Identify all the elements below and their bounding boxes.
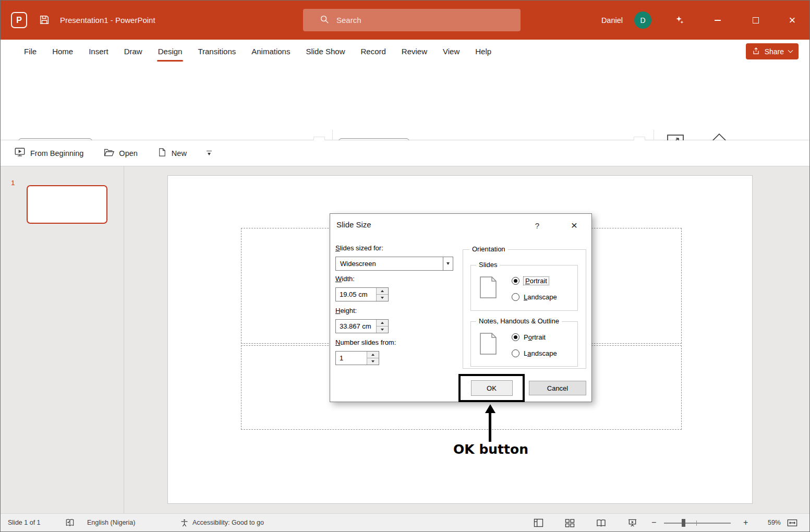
number-spin-up-button[interactable] xyxy=(367,352,379,358)
slide-number: 1 xyxy=(11,179,15,187)
chevron-down-icon xyxy=(446,262,450,265)
new-label: New xyxy=(172,149,187,158)
zoom-out-button[interactable]: − xyxy=(651,514,656,532)
tab-animations[interactable]: Animations xyxy=(244,40,298,63)
tab-slide-show[interactable]: Slide Show xyxy=(298,40,353,63)
spin-up-icon xyxy=(381,290,384,292)
height-label: Height: xyxy=(335,307,357,315)
slide-size-dialog: Slide Size ? × Slides sized for: Widescr… xyxy=(330,213,592,402)
width-value: 19.05 cm xyxy=(340,288,367,301)
sparkle-brush-icon[interactable] xyxy=(674,15,685,28)
width-label: Width: xyxy=(335,275,355,283)
slide-counter[interactable]: Slide 1 of 1 xyxy=(8,514,41,532)
search-input[interactable] xyxy=(336,16,493,25)
tab-insert[interactable]: Insert xyxy=(81,40,116,63)
from-beginning-button[interactable]: From Beginning xyxy=(14,147,83,160)
normal-view-button[interactable] xyxy=(534,518,543,529)
dialog-title: Slide Size xyxy=(336,220,371,229)
quick-actions-bar: From Beginning Open New xyxy=(1,140,809,166)
tab-file[interactable]: File xyxy=(16,40,44,63)
minimize-icon xyxy=(715,20,721,21)
folder-open-icon xyxy=(103,147,114,160)
ok-button[interactable]: OK xyxy=(471,380,513,396)
spell-check-icon[interactable] xyxy=(65,518,75,528)
slides-portrait-label: Portrait xyxy=(524,277,549,285)
slide-sorter-view-button[interactable] xyxy=(565,518,575,529)
number-spin-down-button[interactable] xyxy=(367,358,379,365)
dialog-close-button[interactable]: × xyxy=(563,217,586,234)
open-label: Open xyxy=(119,149,137,158)
ok-button-highlight-frame: OK xyxy=(458,374,525,402)
tab-help[interactable]: Help xyxy=(467,40,499,63)
share-icon xyxy=(752,47,760,56)
spin-up-icon xyxy=(381,322,384,324)
slide-thumbnail-panel: 1 xyxy=(1,166,124,513)
new-button[interactable]: New xyxy=(158,147,187,159)
tab-draw[interactable]: Draw xyxy=(116,40,150,63)
fit-to-window-icon[interactable] xyxy=(787,518,797,529)
sized-for-value: Widescreen xyxy=(340,257,376,270)
dialog-help-button[interactable]: ? xyxy=(530,219,545,233)
search-box[interactable] xyxy=(303,9,521,31)
save-icon[interactable] xyxy=(39,14,50,28)
tab-design[interactable]: Design xyxy=(150,40,190,63)
tab-transitions[interactable]: Transitions xyxy=(190,40,244,63)
height-spinner[interactable]: 33.867 cm xyxy=(335,319,389,333)
spin-down-icon xyxy=(371,360,374,362)
share-button[interactable]: Share xyxy=(746,43,799,59)
annotation-arrow-line xyxy=(489,412,491,442)
tab-record[interactable]: Record xyxy=(353,40,393,63)
spin-down-icon xyxy=(381,329,384,331)
close-button[interactable]: × xyxy=(780,1,804,40)
slideshow-view-button[interactable] xyxy=(627,518,637,529)
reading-view-button[interactable] xyxy=(596,518,606,529)
sized-for-label: Slides sized for: xyxy=(335,244,383,252)
zoom-slider-thumb[interactable] xyxy=(682,519,685,527)
dropdown-arrow-button[interactable] xyxy=(443,257,453,270)
width-spinner[interactable]: 19.05 cm xyxy=(335,287,389,301)
width-spin-down-button[interactable] xyxy=(377,295,388,301)
workspace: 1 Slide Size ? × Slides sized for: Wides… xyxy=(1,166,809,513)
powerpoint-window: P Presentation1 - PowerPoint Daniel D × … xyxy=(0,0,810,532)
zoom-slider-track[interactable] xyxy=(664,523,731,524)
notes-orientation-box: Notes, Handouts & Outline Portrait Lands… xyxy=(470,321,578,367)
height-spin-down-button[interactable] xyxy=(377,327,388,333)
search-icon xyxy=(320,15,329,26)
from-beginning-label: From Beginning xyxy=(30,149,83,158)
notes-portrait-option[interactable]: Portrait xyxy=(512,333,546,341)
quickbar-more-button[interactable] xyxy=(207,151,212,156)
cancel-button[interactable]: Cancel xyxy=(529,381,586,395)
tab-view[interactable]: View xyxy=(435,40,467,63)
zoom-in-button[interactable]: + xyxy=(743,514,748,532)
slides-portrait-option[interactable]: Portrait xyxy=(512,277,549,285)
slideshow-from-beginning-icon xyxy=(14,147,26,160)
title-bar: P Presentation1 - PowerPoint Daniel D × xyxy=(1,1,809,40)
maximize-button[interactable] xyxy=(744,1,768,40)
slides-box-label: Slides xyxy=(476,261,500,269)
height-spin-up-button[interactable] xyxy=(377,320,388,327)
number-slides-value: 1 xyxy=(340,352,343,365)
slide-thumbnail[interactable] xyxy=(27,185,107,224)
zoom-percentage[interactable]: 59% xyxy=(758,514,781,532)
minimize-button[interactable] xyxy=(706,1,730,40)
accessibility-status[interactable]: Accessibility: Good to go xyxy=(192,514,264,532)
notes-portrait-label: Portrait xyxy=(524,333,546,341)
number-slides-spinner[interactable]: 1 xyxy=(335,351,379,365)
radio-unchecked-icon xyxy=(512,349,519,357)
sized-for-dropdown[interactable]: Widescreen xyxy=(335,257,453,271)
notes-landscape-label: Landscape xyxy=(524,349,557,357)
chevron-down-icon xyxy=(208,153,211,155)
share-label: Share xyxy=(765,47,784,56)
avatar[interactable]: D xyxy=(634,11,651,29)
notes-landscape-option[interactable]: Landscape xyxy=(512,349,557,357)
language-indicator[interactable]: English (Nigeria) xyxy=(87,514,135,532)
tab-review[interactable]: Review xyxy=(394,40,435,63)
width-spin-up-button[interactable] xyxy=(377,288,388,295)
portrait-page-icon xyxy=(479,332,497,357)
open-button[interactable]: Open xyxy=(103,147,137,160)
tab-home[interactable]: Home xyxy=(44,40,81,63)
maximize-icon xyxy=(753,17,759,23)
slides-landscape-option[interactable]: Landscape xyxy=(512,293,557,301)
annotation-label: OK button xyxy=(439,442,543,457)
new-document-icon xyxy=(158,147,167,159)
